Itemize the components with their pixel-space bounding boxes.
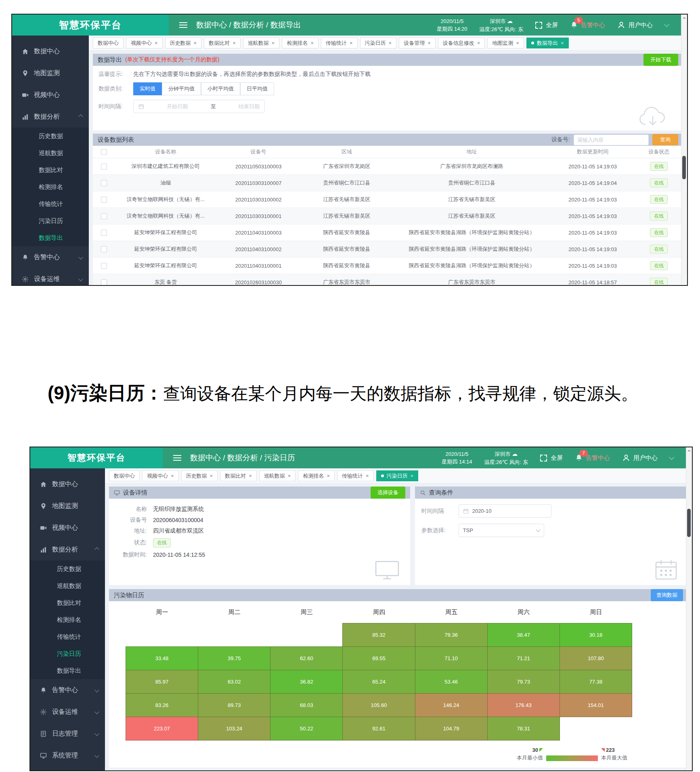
tab-close-icon[interactable]: × bbox=[272, 40, 275, 46]
tab[interactable]: 检测排名× bbox=[298, 470, 335, 481]
sidebar-subitem[interactable]: 检测排名 bbox=[12, 178, 89, 195]
calendar-cell[interactable]: 146.24 bbox=[415, 693, 488, 717]
sidebar-item[interactable]: 系统管理 bbox=[30, 745, 105, 766]
calendar-cell[interactable]: 107.80 bbox=[560, 646, 632, 670]
tab[interactable]: 巡航数据× bbox=[259, 470, 296, 481]
row-checkbox[interactable] bbox=[101, 197, 107, 203]
sidebar-item[interactable]: 数据大屏 bbox=[30, 766, 105, 770]
tab-close-icon[interactable]: × bbox=[561, 40, 564, 46]
tab-close-icon[interactable]: × bbox=[288, 473, 291, 479]
tab[interactable]: 检测排名× bbox=[282, 38, 319, 48]
sidebar-subitem[interactable]: 污染日历 bbox=[30, 645, 105, 662]
sidebar-subitem[interactable]: 传输统计 bbox=[12, 195, 89, 212]
fullscreen-button[interactable]: 全屏 bbox=[535, 21, 558, 29]
tab[interactable]: 数据导出× bbox=[526, 38, 569, 48]
tab-close-icon[interactable]: × bbox=[411, 473, 414, 479]
sidebar-subitem[interactable]: 传输统计 bbox=[30, 628, 105, 645]
menu-toggle-icon[interactable] bbox=[179, 15, 187, 36]
sidebar-item[interactable]: 数据中心 bbox=[30, 473, 105, 495]
sidebar-subitem[interactable]: 污染日历 bbox=[12, 212, 89, 229]
tab-close-icon[interactable]: × bbox=[155, 40, 158, 46]
tab-close-icon[interactable]: × bbox=[194, 40, 197, 46]
tab[interactable]: 地图监测× bbox=[487, 38, 524, 48]
calendar-cell[interactable]: 78.31 bbox=[487, 717, 560, 741]
calendar-cell[interactable]: 30.18 bbox=[560, 623, 632, 647]
tab[interactable]: 数据比对× bbox=[204, 38, 241, 48]
category-button[interactable]: 分钟平均值 bbox=[162, 82, 201, 95]
tab[interactable]: 巡航数据× bbox=[243, 38, 280, 48]
sidebar-item[interactable]: 视频中心 bbox=[30, 517, 105, 539]
category-button[interactable]: 日平均值 bbox=[240, 82, 274, 95]
alarm-center-button[interactable]: 7 告警中心 bbox=[575, 454, 610, 462]
calendar-cell[interactable]: 85.32 bbox=[342, 623, 415, 647]
calendar-cell[interactable]: 92.61 bbox=[342, 717, 415, 741]
start-download-button[interactable]: 开始下载 bbox=[643, 54, 678, 66]
sidebar-item[interactable]: 视频中心 bbox=[12, 84, 89, 106]
tab[interactable]: 视频中心× bbox=[126, 38, 163, 48]
tab-close-icon[interactable]: × bbox=[428, 40, 431, 46]
tab-close-icon[interactable]: × bbox=[310, 40, 314, 46]
category-button[interactable]: 实时值 bbox=[133, 82, 162, 95]
user-center-button[interactable]: 用户中心 bbox=[622, 454, 658, 462]
user-center-button[interactable]: 用户中心 bbox=[617, 21, 653, 29]
sidebar-subitem[interactable]: 数据比对 bbox=[12, 162, 89, 178]
scrollbar[interactable] bbox=[686, 447, 692, 770]
calendar-cell[interactable]: 62.60 bbox=[270, 646, 343, 670]
date-range-input[interactable]: 开始日期 至 结束日期 bbox=[133, 100, 265, 113]
calendar-cell[interactable]: 105.60 bbox=[342, 693, 415, 717]
tab[interactable]: 历史数据× bbox=[165, 38, 202, 48]
menu-toggle-icon[interactable] bbox=[173, 447, 181, 468]
device-no-input[interactable] bbox=[574, 134, 649, 145]
calendar-cell[interactable]: 63.02 bbox=[198, 670, 270, 694]
tab[interactable]: 数据中心 bbox=[93, 38, 124, 48]
calendar-cell[interactable]: 83.26 bbox=[126, 693, 198, 717]
sidebar-item[interactable]: 告警中心 bbox=[12, 246, 89, 268]
alarm-center-button[interactable]: 5 告警中心 bbox=[570, 21, 605, 29]
chevron-down-icon[interactable] bbox=[669, 455, 674, 460]
tab[interactable]: 传输统计× bbox=[321, 38, 358, 48]
sidebar-subitem[interactable]: 数据导出 bbox=[30, 662, 105, 679]
scroll-up-icon[interactable] bbox=[686, 447, 692, 453]
sidebar-subitem[interactable]: 数据导出 bbox=[12, 229, 89, 246]
tab[interactable]: 污染日历× bbox=[376, 470, 419, 481]
calendar-cell[interactable]: 103.24 bbox=[198, 717, 270, 741]
calendar-cell[interactable]: 154.01 bbox=[560, 693, 632, 717]
calendar-cell[interactable]: 50.22 bbox=[270, 717, 343, 741]
calendar-cell[interactable]: 223.07 bbox=[126, 717, 198, 741]
tab-close-icon[interactable]: × bbox=[477, 40, 480, 46]
sidebar-subitem[interactable]: 历史数据 bbox=[12, 128, 89, 145]
sidebar-item[interactable]: 告警中心 bbox=[30, 679, 105, 701]
tab-close-icon[interactable]: × bbox=[171, 473, 174, 479]
calendar-cell[interactable]: 53.46 bbox=[415, 670, 488, 694]
tab-close-icon[interactable]: × bbox=[233, 40, 236, 46]
tab[interactable]: 数据中心 bbox=[109, 470, 140, 481]
select-device-button[interactable]: 选择设备 bbox=[371, 487, 405, 499]
sidebar-item[interactable]: 数据分析 bbox=[12, 106, 89, 128]
month-input[interactable]: 2020-10 bbox=[459, 504, 551, 518]
sidebar-subitem[interactable]: 巡航数据 bbox=[30, 577, 105, 594]
sidebar-subitem[interactable]: 检测排名 bbox=[30, 611, 105, 628]
select-all-checkbox[interactable] bbox=[101, 149, 107, 155]
tab[interactable]: 视频中心× bbox=[142, 470, 179, 481]
sidebar-subitem[interactable]: 巡航数据 bbox=[12, 145, 89, 162]
sidebar-item[interactable]: 地图监测 bbox=[30, 495, 105, 517]
tab[interactable]: 污染日历× bbox=[360, 38, 397, 48]
search-button[interactable]: 查询 bbox=[652, 134, 678, 145]
scrollbar-thumb[interactable] bbox=[687, 509, 691, 537]
calendar-cell[interactable]: 85.97 bbox=[126, 670, 198, 694]
tab-close-icon[interactable]: × bbox=[327, 473, 330, 479]
tab[interactable]: 设备信息修改× bbox=[438, 38, 485, 48]
sidebar-item[interactable]: 数据分析 bbox=[30, 539, 105, 560]
row-checkbox[interactable] bbox=[101, 230, 107, 236]
sidebar-subitem[interactable]: 历史数据 bbox=[30, 560, 105, 577]
row-checkbox[interactable] bbox=[101, 180, 107, 186]
calendar-cell[interactable]: 38.47 bbox=[487, 623, 560, 647]
calendar-cell[interactable]: 39.75 bbox=[198, 646, 270, 670]
calendar-cell[interactable]: 68.03 bbox=[270, 693, 343, 717]
calendar-cell[interactable]: 89.73 bbox=[198, 693, 270, 717]
calendar-cell[interactable]: 65.24 bbox=[342, 670, 415, 694]
category-button[interactable]: 小时平均值 bbox=[201, 82, 240, 95]
tab-close-icon[interactable]: × bbox=[350, 40, 353, 46]
row-checkbox[interactable] bbox=[101, 279, 107, 285]
tab-close-icon[interactable]: × bbox=[389, 40, 392, 46]
